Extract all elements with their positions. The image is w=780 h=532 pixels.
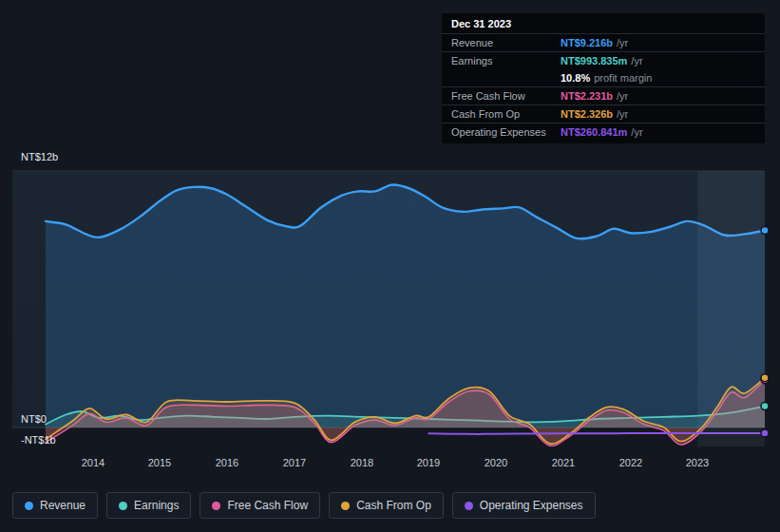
x-axis-label-2015: 2015: [143, 457, 176, 468]
legend-label-earnings: Earnings: [134, 499, 179, 512]
x-axis-label-2016: 2016: [211, 457, 243, 468]
cash-from-op-dot-icon: [341, 502, 350, 510]
x-axis-label-2017: 2017: [278, 457, 311, 468]
operating-expenses-value: NT$260.841m: [561, 126, 627, 138]
tooltip-row-profit-margin: 10.8% profit margin: [442, 69, 765, 86]
profit-margin-value: 10.8%: [561, 72, 590, 84]
x-axis-label-2014: 2014: [77, 457, 109, 468]
free-cash-flow-suffix: /yr: [617, 90, 628, 102]
x-axis-label-2018: 2018: [346, 457, 378, 468]
free-cash-flow-value: NT$2.231b: [561, 90, 613, 102]
x-axis-label-2019: 2019: [412, 457, 445, 468]
free-cash-flow-dot-icon: [212, 502, 220, 510]
earnings-label: Earnings: [451, 55, 561, 66]
x-axis-label-2021: 2021: [547, 457, 580, 468]
x-axis-label-2020: 2020: [480, 457, 512, 468]
cash-from-op-label: Cash From Op: [451, 108, 561, 120]
tooltip-row-cash-from-op: Cash From Op NT$2.326b /yr: [442, 104, 765, 123]
tooltip-row-free-cash-flow: Free Cash Flow NT$2.231b /yr: [442, 86, 765, 104]
earnings-dot-icon: [119, 502, 127, 510]
earnings-suffix: /yr: [631, 55, 642, 66]
legend-item-operating-expenses[interactable]: Operating Expenses: [452, 492, 596, 519]
legend-label-revenue: Revenue: [40, 499, 86, 512]
operating-expenses-suffix: /yr: [631, 126, 642, 138]
legend-item-cash-from-op[interactable]: Cash From Op: [329, 492, 444, 519]
legend-item-revenue[interactable]: Revenue: [12, 492, 98, 519]
legend-item-earnings[interactable]: Earnings: [106, 492, 191, 519]
legend-label-free-cash-flow: Free Cash Flow: [227, 499, 308, 512]
cash-from-op-suffix: /yr: [617, 108, 628, 120]
tooltip-row-earnings: Earnings NT$993.835m /yr: [442, 51, 765, 69]
tooltip-row-operating-expenses: Operating Expenses NT$260.841m /yr: [442, 123, 765, 141]
y-axis-label-neg1b: -NT$1b: [21, 434, 56, 446]
x-axis-label-2023: 2023: [681, 457, 713, 468]
x-axis-label-2022: 2022: [615, 457, 647, 468]
tooltip-date: Dec 31 2023: [442, 13, 765, 34]
operating-expenses-dot-icon: [465, 502, 473, 510]
chart-tooltip: Dec 31 2023 Revenue NT$9.216b /yr Earnin…: [442, 13, 765, 143]
operating-expenses-label: Operating Expenses: [451, 126, 561, 138]
revenue-dot-icon: [25, 502, 33, 510]
earnings-value: NT$993.835m: [561, 55, 627, 66]
legend-item-free-cash-flow[interactable]: Free Cash Flow: [200, 492, 320, 519]
tooltip-row-revenue: Revenue NT$9.216b /yr: [442, 34, 765, 51]
profit-margin-suffix: profit margin: [594, 72, 652, 84]
y-axis-label-12b: NT$12b: [21, 151, 58, 162]
chart-legend: Revenue Earnings Free Cash Flow Cash Fro…: [12, 492, 596, 519]
x-axis: 2014 2015 2016 2017 2018 2019 2020 2021 …: [0, 457, 780, 470]
free-cash-flow-label: Free Cash Flow: [451, 90, 561, 102]
legend-label-cash-from-op: Cash From Op: [356, 499, 431, 512]
y-axis-label-zero: NT$0: [21, 413, 47, 425]
earnings-revenue-history-chart: NT$12b NT$0 -NT$1b 2014 2015 2016 2017 2…: [0, 0, 780, 532]
legend-label-operating-expenses: Operating Expenses: [480, 499, 583, 512]
revenue-suffix: /yr: [617, 37, 628, 48]
cash-from-op-value: NT$2.326b: [561, 108, 613, 120]
revenue-value: NT$9.216b: [561, 37, 613, 48]
revenue-label: Revenue: [451, 37, 561, 48]
